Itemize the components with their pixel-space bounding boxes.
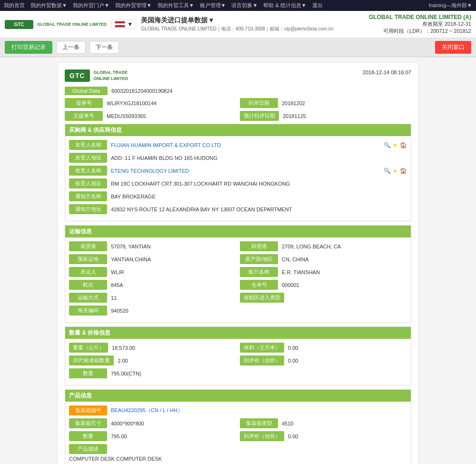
weight-col: 重量（公斤） 18,573.00 [69,343,236,353]
top-nav: 我的首页 我的外贸数据▼ 我的外贸门户▼ 我的外贸管理▼ 我的外贸工具▼ 账户管… [0,0,476,11]
carrier-label: 承运人 [69,267,107,277]
buyer-supplier-body: 发受人名称 FUJIAN HUAMIN IMPORT & EXPORT CO L… [65,136,411,221]
prev-button[interactable]: 上一条 [56,41,86,54]
nav-language[interactable]: 语言切换▼ [231,2,258,9]
product-unit-price-value: 0.00 [288,434,407,439]
bill-no-row: 提单号 WLIRYXGJ18100144 到岸日期 20181202 [65,98,411,108]
logo-icon: GTC [5,20,33,29]
nav-account[interactable]: 账户管理▼ [200,2,226,9]
notify-name-value: BAY BROKERAGE [111,194,407,199]
header-right: GLOBAL TRADE ONLINE LIMITED (A) 有效期至 201… [369,14,471,35]
containers-value: 2.00 [118,358,236,364]
load-port-value: 57078, YANTIAN [111,244,236,249]
container-no-value: 000001 [282,282,407,288]
doc-logo-icon: GTC [65,69,90,82]
transport-header: 运输信息 [65,226,411,237]
product-qty-label: 数量 [69,431,107,441]
consignee-name-label: 收受人名称 [69,166,107,176]
nav-tools[interactable]: 我的外贸工具▼ [158,2,194,9]
master-bill-label: 主提单号 [65,111,103,121]
close-button[interactable]: 关闭窗口 [435,41,471,54]
est-arrival-value: 20181125 [283,113,411,119]
load-place-col: 预装运地 YANTIAN,CHINA [69,254,236,264]
nav-management[interactable]: 我的外贸管理▼ [115,2,152,9]
transport-body: 装货港 57078, YANTIAN 卸货港 2709, LONG BEACH,… [65,237,411,322]
header-left: GTC GLOBAL TRADE ONLINE LIMITED ▼ 美国海关进口… [5,16,333,32]
shipper-home-icon[interactable]: 🏠 [400,142,407,148]
customs-code-label: 海关编码 [69,306,107,316]
nav-portal[interactable]: 我的外贸门户▼ [73,2,109,9]
product-container-no-value: BEAU4220295（CN / L / HH） [111,407,407,414]
consignee-address-label: 收受人地址 [69,178,107,188]
load-port-col: 装货港 57078, YANTIAN [69,241,236,251]
consignee-search-icon[interactable]: 🔍 [384,168,391,174]
next-button[interactable]: 下一条 [89,41,119,54]
load-port-label: 装货港 [69,241,107,251]
load-place-label: 预装运地 [69,254,107,264]
consignee-star-icon[interactable]: ★ [393,168,398,174]
shipper-search-icon[interactable]: 🔍 [384,142,391,148]
master-bill-value: MEDUS5093365 [107,113,236,119]
transport-mode-row: 运输方式 11 保税区进入类型 [69,293,407,303]
nav-help[interactable]: 帮助 & 统计信息▼ [263,2,306,9]
voyage-value: 845A [111,282,236,288]
product-unit-price-label: 到岸价（估价） [240,431,284,441]
user-info[interactable]: training—海外部▼ [429,2,472,9]
discharge-port-col: 卸货港 2709, LONG BEACH, CA [240,241,407,251]
shipper-name-row: 发受人名称 FUJIAN HUAMIN IMPORT & EXPORT CO L… [69,140,407,150]
product-desc-label: 产品描述 [69,444,107,454]
consignee-home-icon[interactable]: 🏠 [400,168,407,174]
arrival-date-label: 到岸日期 [240,98,278,108]
doc-logo: GTC GLOBAL TRADEONLINE LIMITED [65,69,128,82]
doc-header: GTC GLOBAL TRADEONLINE LIMITED 2018-12-1… [65,69,411,82]
vessel-col: 船只名称 E.R. TIANSHAN [240,267,407,277]
page-title-area: 美国海关进口提单数据 ▾ GLOBAL TRADE ONLINE LIMITED… [141,16,333,32]
nav-trade-data[interactable]: 我的外贸数据▼ [30,2,67,9]
nav-home[interactable]: 我的首页 [4,2,25,9]
ports-row: 装货港 57078, YANTIAN 卸货港 2709, LONG BEACH,… [69,241,407,251]
arrival-price-label: 到岸价（估价） [240,355,284,365]
arrival-price-col: 到岸价（估价） 0.00 [240,355,407,365]
doc-datetime: 2018-12-14 08:16:07 [363,69,411,75]
shipper-name-value: FUJIAN HUAMIN IMPORT & EXPORT CO LTD [111,142,378,148]
product-body: 集装箱编号 BEAU4220295（CN / L / HH） 集装箱尺寸 400… [65,402,411,464]
voyage-container-row: 航次 845A 仓单号 000001 [69,280,407,290]
origin-country-label: 原产国/地区 [240,254,278,264]
carrier-col: 承运人 WLIR [69,267,236,277]
nav-logout[interactable]: 退出 [312,2,323,9]
voyage-label: 航次 [69,280,107,290]
company-info: GLOBAL TRADE ONLINE LIMITED｜电话：400-710-3… [141,26,333,32]
header: GTC GLOBAL TRADE ONLINE LIMITED ▼ 美国海关进口… [0,11,476,38]
logo-subtitle: GLOBAL TRADE ONLINE LIMITED [37,22,107,27]
arrival-date-value: 20181202 [282,100,411,106]
container-size-value: 4000*900*800 [111,421,236,426]
consignee-name-row: 收受人名称 ETENG TECHNOLOGY LIMITED 🔍 ★ 🏠 [69,166,407,176]
container-size-col: 集装箱尺寸 4000*900*800 [69,418,236,428]
transport-section: 运输信息 装货港 57078, YANTIAN 卸货港 2709, LONG B… [65,225,411,323]
product-container-no-row: 集装箱编号 BEAU4220295（CN / L / HH） [69,405,407,415]
validity-info: 有效期至 2018-12-31 [369,20,471,28]
product-qty-value: 795.00 [111,434,236,439]
notify-address-row: 通知方地址 42832 NYS ROUTE 12 ALEXANDRIA BAY … [69,204,407,214]
container-size-label: 集装箱尺寸 [69,418,107,428]
place-origin-row: 预装运地 YANTIAN,CHINA 原产国/地区 CN, CHINA [69,254,407,264]
qty-value: 795.00(CTN) [111,371,407,376]
master-bill-row: 主提单号 MEDUS5093365 预计到岸日期 20181125 [65,111,411,121]
shipper-address-value: ADD: 11 F HUAMIN BLDG NO 165 HUDONG [111,155,407,161]
print-button[interactable]: 打印贸易记录 [5,41,52,54]
us-flag-icon [115,21,125,28]
shipper-star-icon[interactable]: ★ [393,142,398,148]
bill-no-label: 提单号 [65,98,103,108]
ldr-info: 可用时段（LDR）：200712 ~ 201812 [369,28,471,35]
product-container-no-label: 集装箱编号 [69,405,107,415]
consignee-name-value: ETENG TECHNOLOGY LIMITED [111,168,378,174]
weight-volume-row: 重量（公斤） 18,573.00 体积（立方米） 0.00 [69,343,407,353]
product-desc-value: COMPUTER DESK COMPUTER DESK [69,456,162,462]
quantity-section: 数量 & 价格信息 重量（公斤） 18,573.00 体积（立方米） 0.00 [65,326,411,385]
flag-selector[interactable]: ▼ [111,20,136,29]
quantity-body: 重量（公斤） 18,573.00 体积（立方米） 0.00 20尺标准箱数量 2… [65,339,411,385]
carrier-vessel-row: 承运人 WLIR 船只名称 E.R. TIANSHAN [69,267,407,277]
transport-mode-col: 运输方式 11 [69,293,236,303]
notify-name-label: 通知方名称 [69,191,107,201]
containers-label: 20尺标准箱数量 [69,355,114,365]
